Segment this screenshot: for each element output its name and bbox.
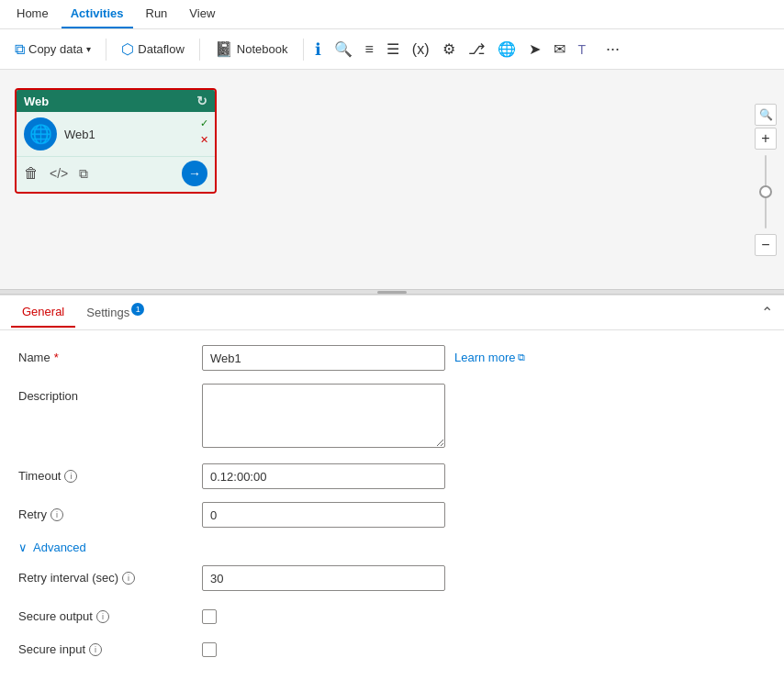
dataflow-icon: ⬡ xyxy=(121,40,134,58)
secure-input-label: Secure input i xyxy=(18,637,202,656)
secure-output-checkbox[interactable] xyxy=(202,609,217,624)
mail-icon: ✉ xyxy=(554,40,566,58)
zoom-slider-track[interactable] xyxy=(765,155,767,229)
search-zoom-button[interactable]: 🔍 xyxy=(755,104,777,126)
secure-input-info-icon[interactable]: i xyxy=(89,643,102,656)
toolbar-sep1 xyxy=(106,39,106,61)
secure-input-field-group xyxy=(202,637,766,657)
connect-toolbar-button[interactable]: ⚙ xyxy=(439,37,459,61)
secure-input-label-text: Secure input xyxy=(18,642,85,656)
bottom-panel: General Settings1 ⌃ Name * Learn more ⧉ xyxy=(0,295,784,680)
timeout-label: Timeout i xyxy=(18,463,202,483)
secure-output-label: Secure output i xyxy=(18,604,202,623)
zoom-controls: 🔍 + − xyxy=(755,104,777,256)
name-label: Name * xyxy=(18,345,202,364)
activity-node[interactable]: Web ↻ 🌐 Web1 ✓ ✕ 🗑 </> ⧉ → xyxy=(15,88,217,194)
list-toolbar-button[interactable]: ☰ xyxy=(383,37,403,61)
panel-collapse-button[interactable]: ⌃ xyxy=(761,304,773,321)
panel-tabs: General Settings1 ⌃ xyxy=(0,295,784,330)
toolbar-sep3 xyxy=(303,39,304,61)
retry-interval-label: Retry interval (sec) i xyxy=(18,565,202,585)
timeout-form-row: Timeout i xyxy=(18,463,766,489)
search-icon: 🔍 xyxy=(334,40,353,58)
notebook-button[interactable]: 📓 Notebook xyxy=(207,37,296,61)
name-field-group: Learn more ⧉ xyxy=(202,345,766,371)
secure-input-checkbox[interactable] xyxy=(202,642,217,657)
secure-output-label-text: Secure output xyxy=(18,609,93,623)
activity-node-header: Web ↻ xyxy=(17,90,215,112)
dataflow-button[interactable]: ⬡ Dataflow xyxy=(114,37,192,61)
teams-toolbar-button[interactable]: T xyxy=(575,39,590,61)
retry-interval-input[interactable] xyxy=(202,565,445,591)
code-node-button[interactable]: </> xyxy=(50,166,68,181)
copy-node-button[interactable]: ⧉ xyxy=(79,166,88,182)
nav-item-run[interactable]: Run xyxy=(137,0,177,28)
delete-node-button[interactable]: 🗑 xyxy=(24,165,39,182)
secure-output-form-row: Secure output i xyxy=(18,604,766,624)
notebook-label: Notebook xyxy=(237,42,288,56)
retry-form-row: Retry i xyxy=(18,502,766,528)
variables-toolbar-button[interactable]: (x) xyxy=(409,38,433,61)
retry-field-group xyxy=(202,502,766,528)
timeout-input[interactable] xyxy=(202,463,445,489)
node-close-button[interactable]: ✕ xyxy=(196,132,211,147)
nav-item-home[interactable]: Home xyxy=(7,0,58,28)
secure-output-info-icon[interactable]: i xyxy=(96,610,109,623)
zoom-minus-button[interactable]: − xyxy=(755,234,777,256)
dataflow-label: Dataflow xyxy=(138,42,185,56)
globe-toolbar-button[interactable]: 🌐 xyxy=(494,37,520,61)
arrow-icon: ➤ xyxy=(529,40,541,58)
retry-input[interactable] xyxy=(202,502,445,528)
branch-icon: ⎇ xyxy=(468,40,485,58)
run-node-button[interactable]: → xyxy=(182,161,207,186)
nav-item-view[interactable]: View xyxy=(180,0,224,28)
tab-settings[interactable]: Settings1 xyxy=(75,295,155,329)
timeout-label-text: Timeout xyxy=(18,469,61,483)
retry-info-icon[interactable]: i xyxy=(50,508,63,521)
info-toolbar-button[interactable]: ℹ xyxy=(311,36,325,63)
description-label-text: Description xyxy=(18,389,78,403)
canvas-area[interactable]: Web ↻ 🌐 Web1 ✓ ✕ 🗑 </> ⧉ → xyxy=(0,70,784,289)
search-zoom-icon: 🔍 xyxy=(759,108,773,121)
description-form-row: Description xyxy=(18,384,766,451)
mail-toolbar-button[interactable]: ✉ xyxy=(550,37,569,61)
more-toolbar-button[interactable]: ··· xyxy=(599,36,627,62)
globe-icon: 🌐 xyxy=(498,40,516,58)
notebook-icon: 📓 xyxy=(215,40,233,58)
secure-output-field-group xyxy=(202,604,766,624)
learn-more-link[interactable]: Learn more ⧉ xyxy=(454,345,525,364)
retry-label: Retry i xyxy=(18,502,202,521)
arrow-toolbar-button[interactable]: ➤ xyxy=(525,37,544,61)
toolbar: ⧉ Copy data ▾ ⬡ Dataflow 📓 Notebook ℹ 🔍 … xyxy=(0,29,784,70)
copy-data-chevron-icon: ▾ xyxy=(86,44,91,54)
timeout-info-icon[interactable]: i xyxy=(64,470,77,483)
retry-interval-info-icon[interactable]: i xyxy=(122,572,135,585)
copy-data-button[interactable]: ⧉ Copy data ▾ xyxy=(7,38,98,61)
retry-label-text: Retry xyxy=(18,507,47,521)
learn-more-label: Learn more xyxy=(454,351,515,364)
main-area: Web ↻ 🌐 Web1 ✓ ✕ 🗑 </> ⧉ → xyxy=(0,70,784,680)
description-field-group xyxy=(202,384,766,451)
name-input[interactable] xyxy=(202,345,445,371)
zoom-slider-thumb[interactable] xyxy=(759,185,772,198)
name-form-row: Name * Learn more ⧉ xyxy=(18,345,766,371)
activity-node-refresh-icon: ↻ xyxy=(196,94,207,108)
variables-icon: (x) xyxy=(412,41,430,58)
secure-input-form-row: Secure input i xyxy=(18,637,766,657)
search-toolbar-button[interactable]: 🔍 xyxy=(330,37,356,61)
pipeline-toolbar-button[interactable]: ≡ xyxy=(362,38,377,61)
description-label: Description xyxy=(18,384,202,403)
node-check-button[interactable]: ✓ xyxy=(196,116,211,130)
copy-data-label: Copy data xyxy=(28,42,83,56)
branch-toolbar-button[interactable]: ⎇ xyxy=(465,37,488,61)
advanced-toggle[interactable]: ∨ Advanced xyxy=(18,541,766,554)
retry-interval-form-row: Retry interval (sec) i xyxy=(18,565,766,591)
tab-general[interactable]: General xyxy=(11,297,75,328)
retry-interval-field-group xyxy=(202,565,766,591)
info-circle-icon: ℹ xyxy=(315,39,321,60)
retry-interval-label-text: Retry interval (sec) xyxy=(18,571,118,585)
description-textarea[interactable] xyxy=(202,384,445,448)
nav-item-activities[interactable]: Activities xyxy=(62,0,133,28)
zoom-plus-button[interactable]: + xyxy=(755,128,777,150)
activity-node-header-label: Web xyxy=(24,95,49,108)
